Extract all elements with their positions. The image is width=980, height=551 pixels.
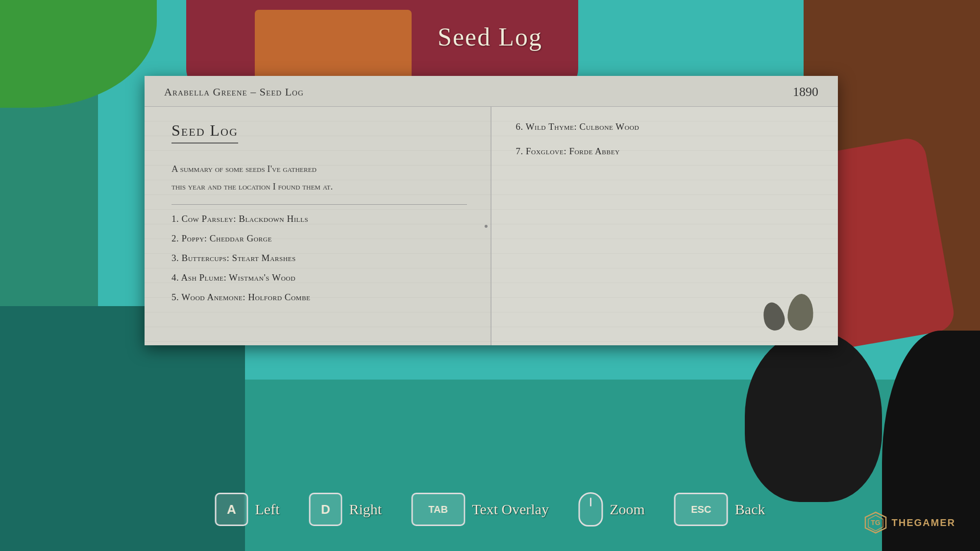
page-right: 6. Wild Thyme: Culbone Wood 7. Foxglove:… [491,107,838,345]
seeds-decoration [763,294,813,331]
list-item: 4. Ash Plume: Wistman's Wood [172,272,467,283]
book: Arabella Greene – Seed Log 1890 Seed Log… [145,76,838,345]
book-author: Arabella Greene – Seed Log [164,86,304,98]
book-header: Arabella Greene – Seed Log 1890 [145,76,838,107]
key-a-button[interactable]: A [215,493,248,526]
page-divider [172,204,467,205]
seed-large-icon [786,293,815,332]
list-item: 6. Wild Thyme: Culbone Wood [516,121,811,132]
control-zoom: Zoom [578,492,645,527]
control-text-overlay: TAB Text Overlay [411,493,549,526]
book-year: 1890 [793,85,818,99]
seed-list-right: 6. Wild Thyme: Culbone Wood 7. Foxglove:… [516,121,811,157]
description-line2: this year and the location I found them … [172,181,333,192]
key-a-label: Left [255,501,280,518]
key-tab-button[interactable]: TAB [411,493,465,526]
watermark: TG THEGAMER [864,511,956,534]
svg-text:TG: TG [871,519,881,527]
book-pages: Seed Log A summary of some seeds I've ga… [145,107,838,345]
key-d-label: Right [349,501,382,518]
key-mouse-label: Zoom [610,501,645,518]
page-left: Seed Log A summary of some seeds I've ga… [145,107,491,345]
page-description: A summary of some seeds I've gathered th… [172,160,467,195]
control-left: A Left [215,493,280,526]
page-title: Seed Log [438,23,542,51]
key-tab-label: Text Overlay [472,501,549,518]
list-item: 1. Cow Parsley: Blackdown Hills [172,214,467,224]
thegamer-logo-icon: TG [864,511,887,534]
bg-black-shape [745,331,882,502]
list-item: 7. Foxglove: Forde Abbey [516,146,811,157]
seed-list-left: 1. Cow Parsley: Blackdown Hills 2. Poppy… [172,214,467,303]
list-item: 5. Wood Anemone: Holford Combe [172,292,467,303]
watermark-text: THEGAMER [892,517,956,528]
key-esc-button[interactable]: ESC [674,493,728,526]
mouse-icon [578,492,603,527]
control-right: D Right [309,493,382,526]
key-esc-label: Back [735,501,765,518]
key-d-button[interactable]: D [309,493,342,526]
seed-log-heading: Seed Log [172,121,238,144]
list-item: 3. Buttercups: Steart Marshes [172,253,467,264]
seed-small-icon [760,300,787,333]
list-item: 2. Poppy: Cheddar Gorge [172,233,467,244]
description-line1: A summary of some seeds I've gathered [172,164,317,174]
page-dot [485,225,488,228]
controls-bar: A Left D Right TAB Text Overlay Zoom ESC… [200,492,780,527]
control-back: ESC Back [674,493,765,526]
